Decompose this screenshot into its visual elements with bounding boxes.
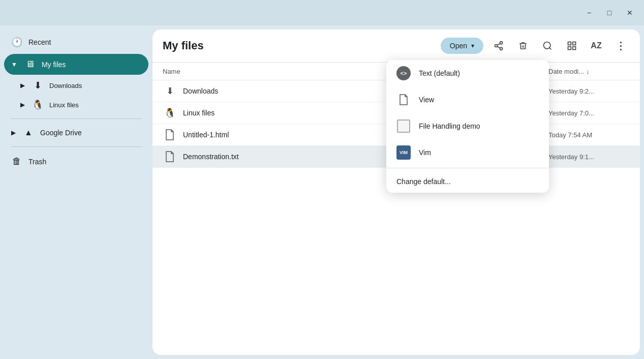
share-button[interactable]: [489, 37, 508, 55]
file-name: Downloads: [183, 87, 421, 95]
file-date: Yesterday 9:1...: [548, 153, 630, 161]
chevron-right-icon: ▶: [20, 82, 25, 89]
svg-rect-9: [568, 47, 571, 50]
sidebar-item-label: My files: [42, 61, 66, 69]
close-button[interactable]: ✕: [621, 6, 639, 20]
svg-rect-10: [573, 47, 576, 50]
sort-az-icon: AZ: [591, 41, 601, 50]
txt-file-icon: [163, 151, 177, 162]
downloads-file-icon: ⬇: [163, 85, 177, 97]
titlebar: − □ ✕: [0, 0, 644, 25]
sidebar-item-trash[interactable]: 🗑 Trash: [4, 151, 148, 172]
file-date: Today 7:54 AM: [548, 131, 630, 139]
delete-button[interactable]: [514, 37, 532, 55]
minimize-button[interactable]: −: [580, 6, 598, 20]
open-dropdown-arrow: ▾: [471, 42, 474, 49]
trash-icon: 🗑: [11, 156, 22, 167]
dropdown-item-view[interactable]: View: [386, 86, 549, 113]
linux-icon: 🐧: [32, 99, 43, 110]
recent-icon: 🕐: [11, 37, 22, 48]
html-file-icon: [163, 129, 177, 140]
svg-point-5: [544, 42, 550, 49]
file-name: Untitled-1.html: [183, 131, 421, 139]
dropdown-item-text-default[interactable]: <> Text (default): [386, 60, 549, 86]
sidebar-item-label: Downloads: [49, 82, 82, 89]
chevron-right-icon: ▶: [20, 101, 25, 108]
open-label: Open: [450, 42, 467, 50]
file-name: Linux files: [183, 109, 421, 117]
sidebar-item-downloads[interactable]: ▶ ⬇ Downloads: [14, 76, 148, 95]
more-icon: ⋮: [616, 40, 626, 52]
sidebar-item-label: Trash: [28, 158, 46, 166]
dropdown-item-file-handling[interactable]: File Handling demo: [386, 113, 549, 139]
grid-view-button[interactable]: [563, 37, 581, 55]
search-button[interactable]: [538, 37, 557, 55]
change-default-button[interactable]: Change default...: [386, 170, 549, 193]
dropdown-item-label: File Handling demo: [419, 122, 480, 130]
dropdown-item-label: Vim: [419, 148, 431, 157]
sidebar-item-googledrive[interactable]: ▶ ▲ Google Drive: [4, 123, 148, 142]
sidebar-divider: [11, 118, 141, 119]
myfiles-icon: 🖥: [24, 59, 36, 70]
page-title: My files: [163, 39, 435, 52]
chevron-down-icon: ▼: [11, 61, 17, 68]
sidebar-item-label: Recent: [28, 38, 51, 46]
svg-point-0: [500, 42, 503, 44]
file-date: Yesterday 7:0...: [548, 109, 630, 117]
sort-button[interactable]: AZ: [587, 37, 605, 55]
dropdown-item-vim[interactable]: VIM Vim: [386, 139, 549, 166]
sidebar-divider-2: [11, 146, 141, 147]
dropdown-divider: [386, 168, 549, 168]
svg-point-1: [495, 45, 498, 47]
svg-rect-8: [573, 42, 576, 45]
more-options-button[interactable]: ⋮: [611, 37, 630, 55]
sidebar-item-label: Google Drive: [40, 129, 82, 137]
toolbar: My files Open ▾: [152, 29, 640, 63]
file-name: Demonstration.txt: [183, 153, 421, 161]
sidebar-item-label: Linux files: [49, 101, 79, 109]
col-date-header: Date modi... ↓: [548, 68, 630, 75]
sidebar-item-recent[interactable]: 🕐 Recent: [4, 32, 148, 53]
dropdown-item-label: View: [419, 96, 434, 104]
downloads-icon: ⬇: [32, 80, 43, 91]
dropdown-item-label: Text (default): [419, 69, 460, 77]
sidebar-item-linuxfiles[interactable]: ▶ 🐧 Linux files: [14, 95, 148, 114]
googledrive-icon: ▲: [23, 128, 34, 137]
open-with-dropdown: <> Text (default) View: [386, 60, 549, 193]
svg-rect-7: [568, 42, 571, 45]
view-icon: [396, 93, 411, 107]
sidebar: 🕐 Recent ▼ 🖥 My files ▶ ⬇ Downloads ▶ 🐧 …: [0, 25, 152, 359]
svg-line-4: [497, 43, 500, 45]
maximize-button[interactable]: □: [600, 6, 619, 20]
linux-file-icon: 🐧: [163, 107, 177, 118]
svg-point-2: [500, 47, 503, 50]
content-area: My files Open ▾: [152, 29, 640, 355]
file-date: Yesterday 9:2...: [548, 87, 630, 95]
text-default-icon: <>: [396, 66, 411, 80]
chevron-right-icon: ▶: [11, 129, 16, 136]
sidebar-item-myfiles[interactable]: ▼ 🖥 My files: [4, 54, 148, 75]
app-window: 🕐 Recent ▼ 🖥 My files ▶ ⬇ Downloads ▶ 🐧 …: [0, 25, 644, 359]
svg-line-3: [497, 46, 500, 48]
open-button[interactable]: Open ▾: [441, 38, 483, 54]
sidebar-sub-myfiles: ▶ ⬇ Downloads ▶ 🐧 Linux files: [14, 76, 148, 114]
file-handling-icon: [396, 119, 411, 133]
vim-icon: VIM: [396, 145, 411, 160]
svg-line-6: [549, 48, 551, 50]
